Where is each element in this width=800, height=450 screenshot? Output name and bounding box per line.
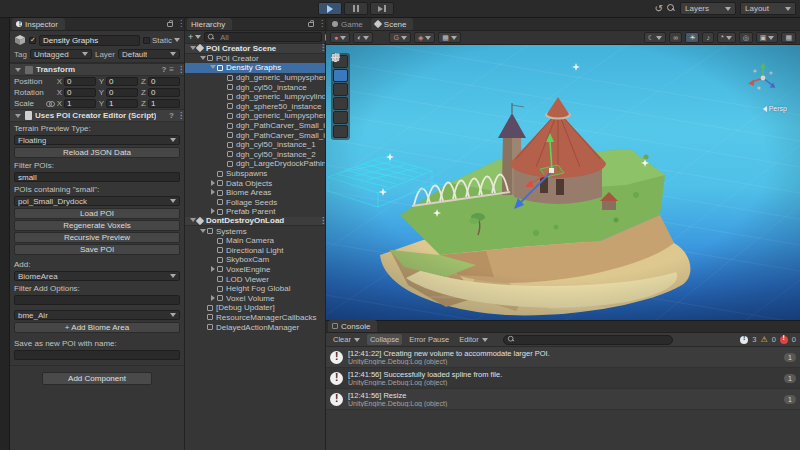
object-name-field[interactable]: Density Graphs bbox=[39, 35, 140, 46]
hierarchy-item[interactable]: DelayedActionManager bbox=[185, 322, 325, 332]
hierarchy-item[interactable]: Data Objects bbox=[185, 178, 325, 188]
lock-icon[interactable] bbox=[167, 22, 173, 27]
hierarchy-item[interactable]: Main Camera bbox=[185, 236, 325, 246]
console-search-field[interactable] bbox=[503, 335, 673, 345]
console-search-input[interactable] bbox=[518, 335, 669, 344]
expand-arrow-icon[interactable] bbox=[209, 63, 217, 72]
tab-inspector[interactable]: Inspector bbox=[12, 18, 65, 30]
hierarchy-search-field[interactable] bbox=[204, 32, 322, 42]
kebab-menu-icon[interactable] bbox=[177, 112, 180, 120]
filter-pois-input[interactable] bbox=[14, 172, 180, 182]
expand-arrow-icon[interactable] bbox=[209, 265, 217, 274]
move-tool-button[interactable] bbox=[333, 69, 348, 82]
filter-add-input[interactable] bbox=[14, 295, 180, 305]
skybox-toggle[interactable]: ∞ bbox=[669, 32, 682, 43]
active-checkbox[interactable] bbox=[29, 37, 36, 44]
hierarchy-item[interactable]: dgh_PathCarver_Small_instance_1 bbox=[185, 130, 325, 140]
camera-dropdown[interactable]: ▣ bbox=[756, 32, 779, 43]
undo-history-icon[interactable]: ↺ bbox=[655, 2, 663, 15]
draw-mode-dropdown[interactable]: ● bbox=[330, 32, 350, 43]
hierarchy-item[interactable]: Height Fog Global bbox=[185, 284, 325, 294]
scale-x-field[interactable]: 1 bbox=[64, 99, 96, 108]
info-count-icon[interactable] bbox=[740, 336, 748, 344]
scale-z-field[interactable]: 1 bbox=[148, 99, 180, 108]
preset-icon[interactable]: ≡ bbox=[169, 65, 174, 74]
error-count-icon[interactable] bbox=[780, 336, 788, 344]
tag-dropdown[interactable]: Untagged bbox=[30, 49, 92, 59]
layers-dropdown[interactable]: Layers bbox=[680, 2, 736, 15]
hierarchy-item[interactable]: dgh_PathCarver_Small_instance bbox=[185, 121, 325, 131]
scene-lighting-toggle[interactable]: ☀ bbox=[685, 32, 699, 43]
transform-tool-button[interactable] bbox=[333, 125, 348, 138]
console-log-entry[interactable]: [12:41:22] Creating new volume to accomm… bbox=[326, 347, 800, 368]
rotation-z-field[interactable]: 0 bbox=[148, 88, 180, 97]
rect-tool-button[interactable] bbox=[333, 111, 348, 124]
play-button[interactable] bbox=[318, 2, 342, 15]
kebab-menu-icon[interactable] bbox=[319, 44, 322, 52]
hierarchy-scene-row[interactable]: POI Creator Scene bbox=[185, 44, 325, 54]
hidden-objects-toggle[interactable]: ◎ bbox=[739, 32, 753, 43]
kebab-menu-icon[interactable] bbox=[177, 20, 180, 28]
foldout-arrow-icon[interactable] bbox=[14, 66, 22, 74]
hierarchy-item[interactable]: Subspawns bbox=[185, 169, 325, 179]
scale-y-field[interactable]: 1 bbox=[106, 99, 138, 108]
hierarchy-item[interactable]: dgh_cyl50_instance bbox=[185, 82, 325, 92]
hierarchy-search-input[interactable] bbox=[218, 32, 319, 43]
help-icon[interactable]: ? bbox=[169, 111, 174, 120]
grid-visual-dropdown[interactable]: G bbox=[389, 32, 410, 43]
rotation-y-field[interactable]: 0 bbox=[106, 88, 138, 97]
hierarchy-item[interactable]: dgh_cyl50_instance_2 bbox=[185, 150, 325, 160]
hierarchy-item[interactable]: LOD Viewer bbox=[185, 274, 325, 284]
create-object-button[interactable]: + bbox=[188, 32, 201, 42]
hierarchy-item[interactable]: dgh_generic_lumpycylinder_instance bbox=[185, 92, 325, 102]
kebab-menu-icon[interactable] bbox=[177, 66, 180, 74]
console-log-entry[interactable]: [12:41:56] Resize UnityEngine.Debug:Log … bbox=[326, 389, 800, 410]
hierarchy-item[interactable]: dgh_generic_lumpysphere_50_sand_instance bbox=[185, 111, 325, 121]
hierarchy-item[interactable]: Biome Areas bbox=[185, 188, 325, 198]
console-log-entry[interactable]: [12:41:56] Successfully loaded spline fr… bbox=[326, 368, 800, 389]
kebab-menu-icon[interactable] bbox=[319, 217, 322, 225]
save-poi-button[interactable]: Save POI bbox=[14, 244, 180, 255]
gizmos-dropdown[interactable]: ▦ bbox=[781, 32, 796, 43]
hierarchy-item[interactable]: POI Creator bbox=[185, 54, 325, 64]
expand-arrow-icon[interactable] bbox=[209, 179, 217, 188]
hierarchy-item[interactable]: Voxel Volume bbox=[185, 293, 325, 303]
error-pause-toggle[interactable]: Error Pause bbox=[406, 334, 452, 345]
poi-dropdown[interactable]: poi_Small_Drydock bbox=[14, 196, 180, 206]
terrain-preview-dropdown[interactable]: Floating bbox=[14, 135, 180, 145]
clear-button[interactable]: Clear bbox=[330, 334, 363, 345]
tab-console[interactable]: Console bbox=[328, 320, 377, 332]
hierarchy-item[interactable]: dgh_generic_lumpysphere_50_instance bbox=[185, 73, 325, 83]
hierarchy-item[interactable]: dgh_LargeDrydockPathing_instance bbox=[185, 159, 325, 169]
hierarchy-item[interactable]: Prefab Parent bbox=[185, 207, 325, 217]
scene-3d-viewport[interactable]: Persp bbox=[326, 45, 800, 320]
scale-tool-button[interactable] bbox=[333, 97, 348, 110]
load-poi-button[interactable]: Load POI bbox=[14, 208, 180, 219]
editor-dropdown[interactable]: Editor bbox=[456, 334, 491, 345]
kebab-menu-icon[interactable] bbox=[318, 20, 321, 28]
layout-dropdown[interactable]: Layout bbox=[740, 2, 796, 15]
hierarchy-item[interactable]: Directional Light bbox=[185, 245, 325, 255]
hierarchy-item[interactable]: Density Graphs bbox=[185, 63, 325, 73]
tab-game[interactable]: Game bbox=[328, 18, 370, 30]
expand-arrow-icon[interactable] bbox=[199, 54, 207, 63]
static-checkbox[interactable] bbox=[143, 37, 150, 44]
expand-arrow-icon[interactable] bbox=[209, 207, 217, 216]
position-x-field[interactable]: 0 bbox=[64, 77, 96, 86]
view-options-dropdown[interactable]: ◐ bbox=[353, 32, 373, 43]
collapse-toggle[interactable]: Collapse bbox=[367, 334, 402, 345]
reload-json-button[interactable]: Reload JSON Data bbox=[14, 147, 180, 158]
add-type-dropdown[interactable]: BiomeArea bbox=[14, 271, 180, 281]
expand-arrow-icon[interactable] bbox=[209, 294, 217, 303]
hierarchy-item[interactable]: ResourceManagerCallbacks bbox=[185, 313, 325, 323]
hierarchy-item[interactable]: dgh_cyl50_instance_1 bbox=[185, 140, 325, 150]
static-toggle[interactable]: Static bbox=[143, 36, 180, 45]
layer-dropdown[interactable]: Default bbox=[118, 49, 180, 59]
position-z-field[interactable]: 0 bbox=[148, 77, 180, 86]
hierarchy-item[interactable]: Systems bbox=[185, 226, 325, 236]
tab-hierarchy[interactable]: Hierarchy bbox=[187, 18, 232, 30]
hierarchy-item[interactable]: SkyboxCam bbox=[185, 255, 325, 265]
rendering-debug-dropdown[interactable]: ☾ bbox=[644, 32, 666, 43]
lock-icon[interactable] bbox=[308, 22, 314, 27]
pause-button[interactable] bbox=[344, 2, 368, 15]
